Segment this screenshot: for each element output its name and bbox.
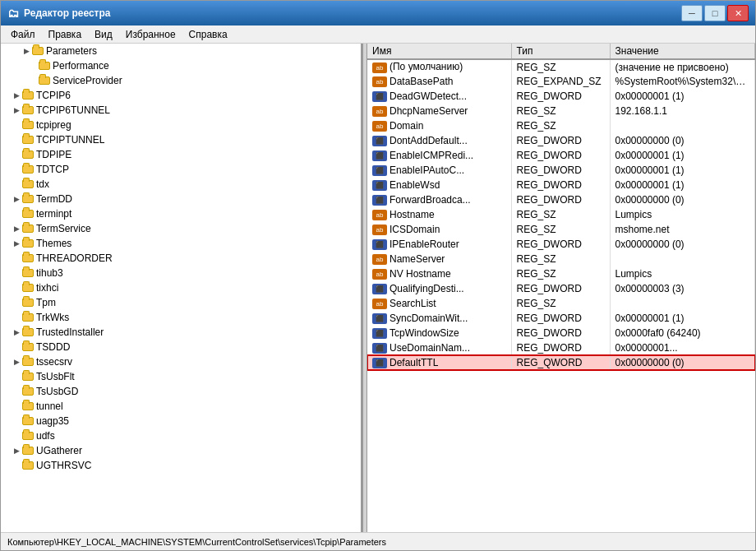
tree-item[interactable]: ▶TrustedInstaller: [1, 325, 361, 340]
table-row[interactable]: abICSDomainREG_SZmshome.net: [367, 222, 755, 237]
tree-item[interactable]: UGTHRSVC: [1, 458, 361, 473]
tree-item[interactable]: TDTCP: [1, 162, 361, 177]
tree-expander: [11, 415, 22, 427]
cell-value: 0x00000003 (3): [610, 281, 755, 296]
tree-item[interactable]: tdx: [1, 177, 361, 192]
tree-expander[interactable]: ▶: [11, 223, 22, 234]
tree-item[interactable]: terminpt: [1, 206, 361, 221]
registry-values-pane[interactable]: Имя Тип Значение ab(По умолчанию)REG_SZ(…: [367, 44, 755, 532]
tree-item[interactable]: ▶TermDD: [1, 192, 361, 206]
menu-view[interactable]: Вид: [88, 27, 119, 42]
table-row[interactable]: abDhcpNameServerREG_SZ192.168.1.1: [367, 104, 755, 118]
table-row[interactable]: abNameServerREG_SZ: [367, 252, 755, 266]
tree-item-label: THREADORDER: [36, 252, 113, 264]
tree-item[interactable]: ServiceProvider: [1, 73, 361, 88]
tree-item[interactable]: Tpm: [1, 295, 361, 310]
tree-item[interactable]: TSDDD: [1, 340, 361, 354]
table-row[interactable]: abSearchListREG_SZ: [367, 296, 755, 311]
tree-item[interactable]: TDPIPE: [1, 147, 361, 162]
tree-item[interactable]: TCPIPTUNNEL: [1, 132, 361, 147]
tree-item[interactable]: Performance: [1, 58, 361, 73]
registry-table: Имя Тип Значение ab(По умолчанию)REG_SZ(…: [367, 44, 755, 370]
menu-favorites[interactable]: Избранное: [119, 27, 182, 42]
cell-name-text: Hostname: [390, 209, 435, 220]
tree-item[interactable]: ▶TCPIP6: [1, 88, 361, 103]
tree-item[interactable]: TsUsbFlt: [1, 369, 361, 384]
menu-edit[interactable]: Правка: [42, 27, 89, 42]
tree-expander[interactable]: ▶: [11, 326, 22, 338]
tree-item[interactable]: TsUsbGD: [1, 384, 361, 399]
registry-tree-pane[interactable]: ▶ParametersPerformanceServiceProvider▶TC…: [1, 44, 362, 532]
cell-name: abNameServer: [367, 252, 511, 266]
tree-item-label: ServiceProvider: [53, 75, 122, 86]
table-row[interactable]: ⬛UseDomainNam...REG_DWORD0x00000001...: [367, 340, 755, 355]
tree-expander[interactable]: ▶: [11, 238, 22, 249]
tree-item[interactable]: ▶TCPIP6TUNNEL: [1, 103, 361, 118]
tree-item-label: TsUsbFlt: [36, 371, 75, 382]
tree-expander: [27, 75, 39, 86]
tree-item[interactable]: uagp35: [1, 414, 361, 428]
table-row[interactable]: ⬛DefaultTTLREG_QWORD0x00000000 (0): [367, 355, 755, 370]
maximize-button[interactable]: □: [704, 5, 726, 21]
folder-icon: [22, 402, 34, 410]
table-row[interactable]: ⬛EnableIPAutoC...REG_DWORD0x00000001 (1): [367, 163, 755, 178]
close-button[interactable]: ✕: [727, 5, 749, 21]
menu-help[interactable]: Справка: [182, 27, 234, 42]
cell-name-text: DefaultTTL: [390, 357, 438, 368]
menu-file[interactable]: Файл: [4, 27, 42, 42]
table-row[interactable]: ⬛DontAddDefault...REG_DWORD0x00000000 (0…: [367, 133, 755, 148]
table-row[interactable]: abDomainREG_SZ: [367, 118, 755, 133]
cell-value: [610, 252, 755, 266]
tree-item[interactable]: ▶Parameters: [1, 44, 361, 58]
table-row[interactable]: abHostnameREG_SZLumpics: [367, 207, 755, 222]
table-row[interactable]: ⬛IPEnableRouterREG_DWORD0x00000000 (0): [367, 237, 755, 252]
cell-value: 0x00000001...: [610, 340, 755, 355]
tree-item[interactable]: ▶TermService: [1, 221, 361, 236]
tree-expander[interactable]: ▶: [11, 193, 22, 205]
reg-type-icon: ⬛: [372, 91, 387, 102]
tree-expander: [11, 341, 22, 353]
folder-icon: [22, 121, 34, 129]
tree-item[interactable]: udfs: [1, 428, 361, 443]
tree-expander[interactable]: ▶: [11, 356, 22, 368]
cell-type: REG_DWORD: [511, 133, 610, 148]
tree-expander[interactable]: ▶: [11, 104, 22, 116]
cell-name: abDhcpNameServer: [367, 104, 511, 118]
table-row[interactable]: ⬛EnableWsdREG_DWORD0x00000001 (1): [367, 178, 755, 192]
tree-item[interactable]: ▶Themes: [1, 236, 361, 251]
tree-item[interactable]: tixhci: [1, 280, 361, 295]
minimize-button[interactable]: ─: [681, 5, 703, 21]
tree-item[interactable]: tcpipreg: [1, 118, 361, 132]
folder-icon: [22, 432, 34, 440]
tree-expander[interactable]: ▶: [11, 445, 22, 456]
tree-expander[interactable]: ▶: [21, 45, 32, 57]
tree-item[interactable]: ▶tssecsrv: [1, 354, 361, 369]
cell-value: %SystemRoot%\System32\drivers: [610, 74, 755, 89]
table-row[interactable]: ⬛SyncDomainWit...REG_DWORD0x00000001 (1): [367, 311, 755, 326]
tree-item-label: Parameters: [46, 45, 97, 57]
folder-icon: [22, 239, 34, 248]
tree-expander[interactable]: ▶: [11, 90, 22, 101]
tree-item[interactable]: ▶UGatherer: [1, 443, 361, 458]
table-row[interactable]: ⬛TcpWindowSizeREG_DWORD0x0000faf0 (64240…: [367, 326, 755, 340]
table-row[interactable]: ⬛DeadGWDetect...REG_DWORD0x00000001 (1): [367, 89, 755, 104]
table-row[interactable]: abNV HostnameREG_SZLumpics: [367, 266, 755, 281]
tree-expander: [11, 297, 22, 308]
tree-item-label: Themes: [36, 238, 71, 249]
table-row[interactable]: ab(По умолчанию)REG_SZ(значение не присв…: [367, 59, 755, 74]
table-row[interactable]: abDataBasePathREG_EXPAND_SZ%SystemRoot%\…: [367, 74, 755, 89]
cell-type: REG_SZ: [511, 59, 610, 74]
table-row[interactable]: ⬛QualifyingDesti...REG_DWORD0x00000003 (…: [367, 281, 755, 296]
table-row[interactable]: ⬛ForwardBroadca...REG_DWORD0x00000000 (0…: [367, 192, 755, 207]
registry-tree: ▶ParametersPerformanceServiceProvider▶TC…: [1, 44, 361, 473]
folder-icon: [22, 343, 34, 351]
window: 🗂 Редактор реестра ─ □ ✕ Файл Правка Вид…: [0, 0, 756, 551]
folder-icon: [39, 76, 50, 85]
tree-item[interactable]: tihub3: [1, 266, 361, 280]
folder-icon: [22, 358, 34, 366]
tree-item[interactable]: THREADORDER: [1, 251, 361, 266]
tree-item[interactable]: TrkWks: [1, 310, 361, 325]
tree-item[interactable]: tunnel: [1, 399, 361, 414]
table-row[interactable]: ⬛EnableICMPRedi...REG_DWORD0x00000001 (1…: [367, 148, 755, 163]
tree-item-label: uagp35: [36, 415, 69, 427]
